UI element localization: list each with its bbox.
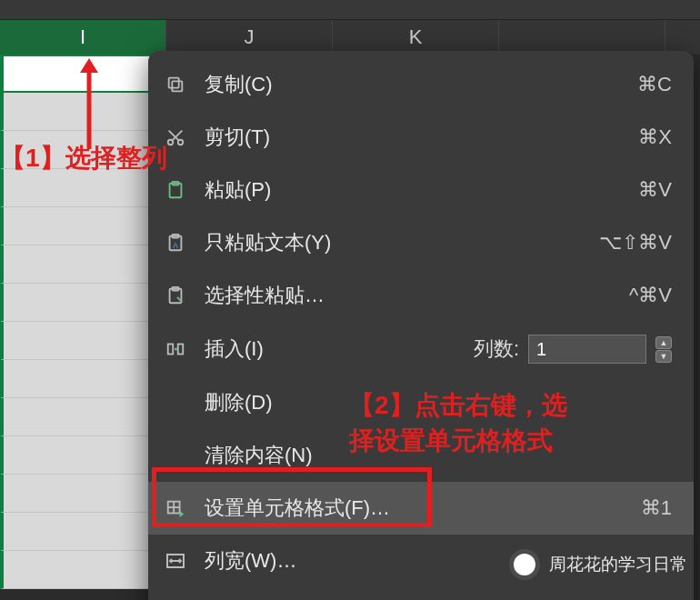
menu-label: 插入(I) — [205, 335, 457, 363]
blank-icon — [163, 392, 188, 414]
format-cells-icon — [163, 497, 188, 519]
cell[interactable] — [0, 513, 166, 551]
insert-spinner[interactable]: ▲ ▼ — [655, 336, 672, 363]
menu-paste-text[interactable]: A 只粘贴文本(Y) ⌥⇧⌘V — [148, 216, 694, 269]
watermark-text: 周花花的学习日常 — [549, 553, 687, 576]
column-header-I[interactable]: I — [0, 20, 166, 55]
menu-clear[interactable]: 清除内容(N) — [148, 429, 694, 482]
menu-label: 复制(C) — [205, 71, 621, 98]
menu-delete[interactable]: 删除(D) — [148, 376, 694, 429]
context-menu: 复制(C) ⌘C 剪切(T) ⌘X 粘贴(P) ⌘V A 只粘贴文本(Y) ⌥⇧… — [148, 51, 694, 600]
svg-text:A: A — [173, 242, 178, 250]
spinner-up-icon[interactable]: ▲ — [655, 336, 672, 349]
cell[interactable] — [0, 398, 166, 436]
cell[interactable] — [0, 245, 166, 284]
wechat-icon — [509, 549, 540, 580]
insert-icon — [163, 338, 188, 360]
column-header-next[interactable] — [499, 20, 665, 55]
clipboard-special-icon — [163, 285, 188, 306]
menu-label: 剪切(T) — [205, 124, 622, 151]
grid-column-I[interactable] — [0, 55, 166, 600]
menu-cut[interactable]: 剪切(T) ⌘X — [148, 111, 694, 164]
menu-label: 只粘贴文本(Y) — [205, 229, 583, 256]
menu-shortcut: ⌘V — [638, 178, 672, 202]
cell[interactable] — [0, 551, 166, 589]
menu-shortcut: ⌥⇧⌘V — [599, 231, 672, 255]
spinner-down-icon[interactable]: ▼ — [655, 350, 672, 363]
watermark: 周花花的学习日常 — [509, 549, 687, 580]
menu-format-cells[interactable]: 设置单元格格式(F)… ⌘1 — [148, 482, 694, 535]
menu-insert[interactable]: 插入(I) 列数: ▲ ▼ — [148, 322, 694, 376]
menu-shortcut: ^⌘V — [629, 284, 672, 307]
cell[interactable] — [0, 169, 166, 207]
svg-rect-11 — [168, 345, 174, 355]
clipboard-icon — [163, 179, 188, 201]
menu-shortcut: ⌘C — [637, 73, 672, 96]
toolbar — [0, 0, 700, 20]
svg-point-2 — [168, 140, 174, 145]
cell[interactable] — [0, 55, 166, 93]
menu-paste-special[interactable]: 选择性粘贴… ^⌘V — [148, 269, 694, 322]
column-headers: I J K — [0, 20, 700, 55]
menu-label: 删除(D) — [205, 389, 672, 416]
cell[interactable] — [0, 207, 166, 245]
blank-icon — [163, 445, 188, 466]
copy-icon — [163, 74, 188, 95]
menu-label: 粘贴(P) — [205, 176, 622, 204]
svg-rect-0 — [172, 81, 182, 91]
cell[interactable] — [0, 360, 166, 398]
menu-label: 清除内容(N) — [205, 442, 672, 469]
menu-label: 设置单元格格式(F)… — [205, 495, 625, 522]
cell[interactable] — [0, 322, 166, 360]
menu-label: 选择性粘贴… — [205, 282, 613, 309]
column-header-K[interactable]: K — [333, 20, 499, 55]
column-header-J[interactable]: J — [166, 20, 333, 55]
menu-copy[interactable]: 复制(C) ⌘C — [148, 58, 694, 111]
insert-cols-input[interactable] — [528, 335, 646, 364]
cell[interactable] — [0, 436, 166, 475]
menu-hide[interactable]: 隐藏(H) — [148, 587, 694, 600]
svg-rect-12 — [178, 345, 184, 355]
cell[interactable] — [0, 284, 166, 322]
menu-shortcut: ⌘X — [638, 125, 672, 149]
cell[interactable] — [0, 475, 166, 513]
cell[interactable] — [0, 131, 166, 169]
svg-rect-1 — [169, 78, 179, 88]
clipboard-text-icon: A — [163, 232, 188, 254]
menu-shortcut: ⌘1 — [641, 496, 672, 520]
menu-paste[interactable]: 粘贴(P) ⌘V — [148, 164, 694, 216]
svg-point-3 — [178, 140, 184, 145]
cell[interactable] — [0, 93, 166, 131]
insert-cols-label: 列数: — [474, 335, 519, 363]
scissors-icon — [163, 126, 188, 148]
column-width-icon — [163, 550, 188, 572]
